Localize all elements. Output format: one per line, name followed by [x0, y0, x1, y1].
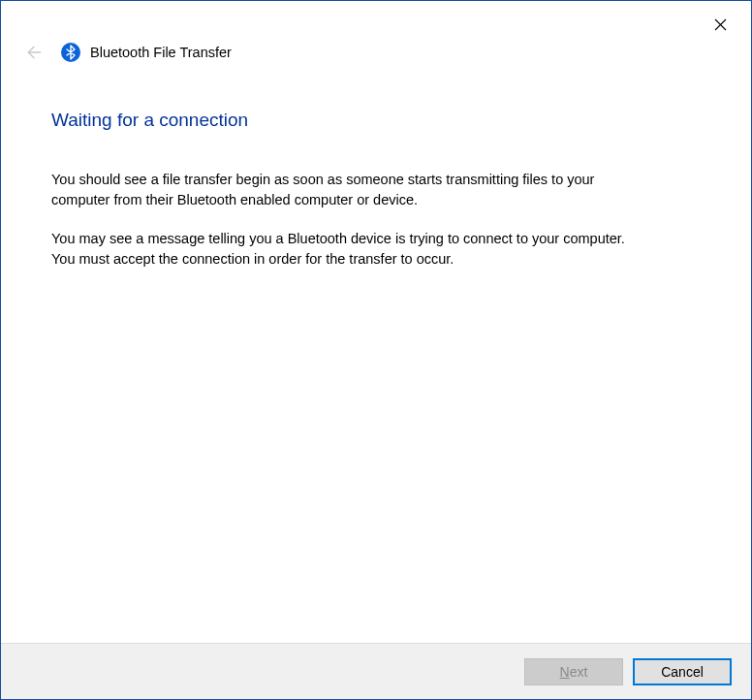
page-heading: Waiting for a connection	[51, 110, 701, 131]
instruction-paragraph-1: You should see a file transfer begin as …	[51, 170, 652, 209]
button-bar: Next Cancel	[1, 643, 751, 699]
titlebar	[1, 1, 751, 38]
back-button	[22, 41, 46, 64]
wizard-title: Bluetooth File Transfer	[90, 45, 232, 60]
close-button[interactable]	[706, 11, 734, 38]
next-button: Next	[524, 658, 623, 685]
close-icon	[714, 18, 727, 31]
instruction-paragraph-2: You may see a message telling you a Blue…	[51, 229, 652, 269]
bluetooth-icon	[61, 43, 80, 62]
cancel-button[interactable]: Cancel	[633, 658, 732, 685]
content-area: Waiting for a connection You should see …	[1, 67, 751, 269]
wizard-header: Bluetooth File Transfer	[1, 38, 751, 67]
back-arrow-icon	[24, 43, 44, 62]
